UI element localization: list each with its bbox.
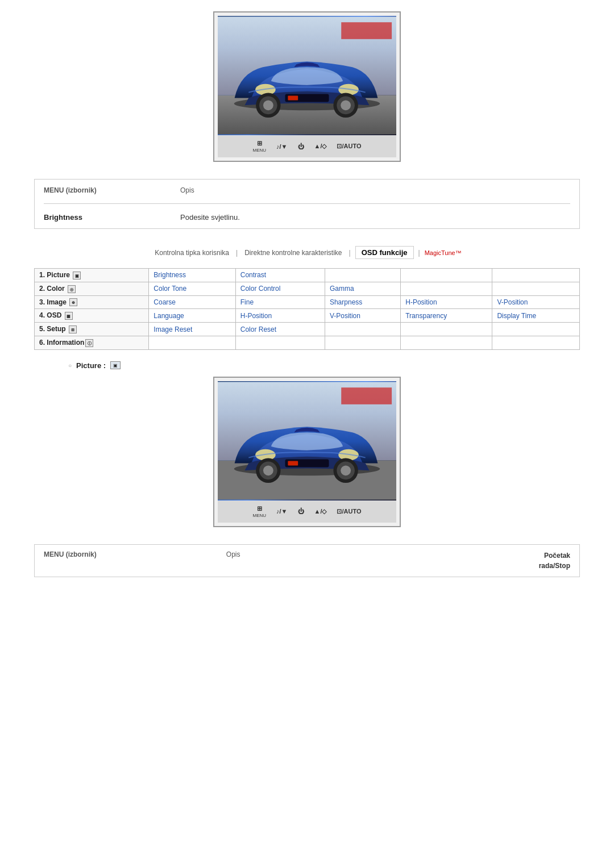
- picture-header: ○ Picture : ▣: [68, 361, 580, 370]
- menu-item-1: 1. Picture ▣: [35, 269, 149, 282]
- sub-coarse[interactable]: Coarse: [149, 295, 235, 309]
- picture-icon: ▣: [73, 272, 81, 279]
- bottom-table: MENU (izbornik) Opis Početakrada/Stop: [35, 545, 579, 577]
- empty-5: [492, 282, 580, 295]
- table-row: 2. Color ◎ Color Tone Color Control Gamm…: [35, 282, 580, 295]
- menu-table-row-brightness: Brightness Podesite svjetlinu.: [44, 213, 570, 222]
- svg-point-24: [263, 465, 273, 475]
- sub-sharpness[interactable]: Sharpness: [325, 295, 400, 309]
- nav-sep-3: |: [418, 249, 420, 257]
- table-row: 3. Image ⊕ Coarse Fine Sharpness H-Posit…: [35, 295, 580, 309]
- menu-item-6: 6. Informationⓘ: [35, 336, 149, 350]
- top-monitor-section: ⊞ MENU ♪/▼ ⏻ ▲/◇ ⊡/AUTO: [34, 11, 580, 162]
- picture-label: Picture :: [76, 361, 106, 370]
- monitor-screen-top: [218, 16, 396, 135]
- adjust-button-bottom[interactable]: ♪/▼: [276, 508, 287, 515]
- empty-9: [149, 336, 235, 350]
- svg-point-27: [341, 465, 351, 475]
- sub-gamma[interactable]: Gamma: [325, 282, 400, 295]
- sub-image-reset[interactable]: Image Reset: [149, 323, 235, 336]
- table-row: 5. Setup ⊞ Image Reset Color Reset: [35, 323, 580, 336]
- menu-item-3: 3. Image ⊕: [35, 295, 149, 309]
- svg-point-13: [341, 100, 351, 110]
- bottom-monitor-section: ⊞ MENU ♪/▼ ⏻ ▲/◇ ⊡/AUTO: [34, 377, 580, 527]
- sub-color-control[interactable]: Color Control: [235, 282, 325, 295]
- nav-tabs: Kontrolna tipka korisnika | Direktne kon…: [34, 246, 580, 259]
- car-svg-bottom: [218, 381, 396, 500]
- empty-8: [492, 323, 580, 336]
- svg-rect-21: [288, 461, 298, 466]
- svg-point-10: [263, 100, 273, 110]
- sub-color-tone[interactable]: Color Tone: [149, 282, 235, 295]
- empty-11: [325, 336, 400, 350]
- adjust-button-top[interactable]: ♪/▼: [276, 143, 287, 150]
- osd-table: 1. Picture ▣ Brightness Contrast 2. Colo…: [34, 268, 580, 350]
- sub-v-position-osd[interactable]: V-Position: [325, 309, 400, 323]
- menu-item-2: 2. Color ◎: [35, 282, 149, 295]
- desc-col-header: Opis: [180, 186, 194, 194]
- sub-transparency[interactable]: Transparency: [401, 309, 492, 323]
- bottom-stop-label: Početakrada/Stop: [318, 545, 579, 577]
- menu-col-header: MENU (izbornik): [44, 186, 146, 194]
- brightness-label: Brightness: [44, 213, 146, 222]
- empty-10: [235, 336, 325, 350]
- tab-direktne[interactable]: Direktne kontrolne karakteristike: [242, 248, 344, 258]
- image-icon: ⊕: [69, 298, 77, 306]
- monitor-frame-top: ⊞ MENU ♪/▼ ⏻ ▲/◇ ⊡/AUTO: [213, 11, 401, 162]
- menu-table-section: MENU (izbornik) Opis Brightness Podesite…: [34, 179, 580, 229]
- empty-4: [401, 282, 492, 295]
- sub-h-position-img[interactable]: H-Position: [401, 295, 492, 309]
- setup-icon: ⊞: [69, 326, 77, 333]
- picture-icon-box: ▣: [110, 361, 121, 369]
- sub-contrast[interactable]: Contrast: [235, 269, 325, 282]
- monitor-screen-bottom: [218, 381, 396, 500]
- nav-sep-1: |: [236, 249, 238, 257]
- empty-7: [401, 323, 492, 336]
- auto-button-top[interactable]: ⊡/AUTO: [337, 143, 361, 150]
- monitor-frame-bottom: ⊞ MENU ♪/▼ ⏻ ▲/◇ ⊡/AUTO: [213, 377, 401, 527]
- osd-icon: ▦: [65, 312, 73, 320]
- brightness-button-bottom[interactable]: ▲/◇: [314, 508, 327, 515]
- car-svg-top: [218, 16, 396, 135]
- empty-2: [401, 269, 492, 282]
- tab-magictune[interactable]: MagicTune™: [425, 249, 462, 256]
- sub-brightness[interactable]: Brightness: [149, 269, 235, 282]
- svg-rect-15: [341, 387, 392, 404]
- empty-3: [492, 269, 580, 282]
- bottom-table-section: MENU (izbornik) Opis Početakrada/Stop: [34, 544, 580, 577]
- menu-button-bottom[interactable]: ⊞ MENU: [253, 505, 267, 518]
- sub-fine[interactable]: Fine: [235, 295, 325, 309]
- brightness-desc: Podesite svjetlinu.: [180, 213, 240, 222]
- monitor-controls-top: ⊞ MENU ♪/▼ ⏻ ▲/◇ ⊡/AUTO: [218, 135, 396, 157]
- table-row: 1. Picture ▣ Brightness Contrast: [35, 269, 580, 282]
- sub-language[interactable]: Language: [149, 309, 235, 323]
- nav-sep-2: |: [349, 249, 351, 257]
- menu-button-top[interactable]: ⊞ MENU: [253, 140, 267, 153]
- menu-item-5: 5. Setup ⊞: [35, 323, 149, 336]
- picture-dot: ○: [68, 362, 72, 369]
- power-button-top[interactable]: ⏻: [298, 143, 304, 150]
- bottom-table-row: MENU (izbornik) Opis Početakrada/Stop: [35, 545, 579, 577]
- table-row: 6. Informationⓘ: [35, 336, 580, 350]
- empty-1: [325, 269, 400, 282]
- tab-kontrolna[interactable]: Kontrolna tipka korisnika: [152, 248, 231, 258]
- menu-item-4: 4. OSD ▦: [35, 309, 149, 323]
- tab-osd[interactable]: OSD funkcije: [355, 246, 414, 259]
- bottom-desc-label: Opis: [148, 545, 318, 577]
- auto-button-bottom[interactable]: ⊡/AUTO: [337, 508, 361, 515]
- info-icon: ⓘ: [85, 339, 93, 347]
- brightness-button-top[interactable]: ▲/◇: [314, 143, 327, 150]
- empty-12: [401, 336, 492, 350]
- sub-v-position-img[interactable]: V-Position: [492, 295, 580, 309]
- sub-color-reset[interactable]: Color Reset: [235, 323, 325, 336]
- power-button-bottom[interactable]: ⏻: [298, 508, 304, 515]
- sub-display-time[interactable]: Display Time: [492, 309, 580, 323]
- svg-rect-7: [288, 96, 298, 101]
- sub-h-position-osd[interactable]: H-Position: [235, 309, 325, 323]
- table-row: 4. OSD ▦ Language H-Position V-Position …: [35, 309, 580, 323]
- bottom-menu-label: MENU (izbornik): [35, 545, 148, 577]
- svg-rect-1: [341, 22, 392, 39]
- color-icon: ◎: [68, 285, 76, 293]
- monitor-controls-bottom: ⊞ MENU ♪/▼ ⏻ ▲/◇ ⊡/AUTO: [218, 500, 396, 523]
- empty-13: [492, 336, 580, 350]
